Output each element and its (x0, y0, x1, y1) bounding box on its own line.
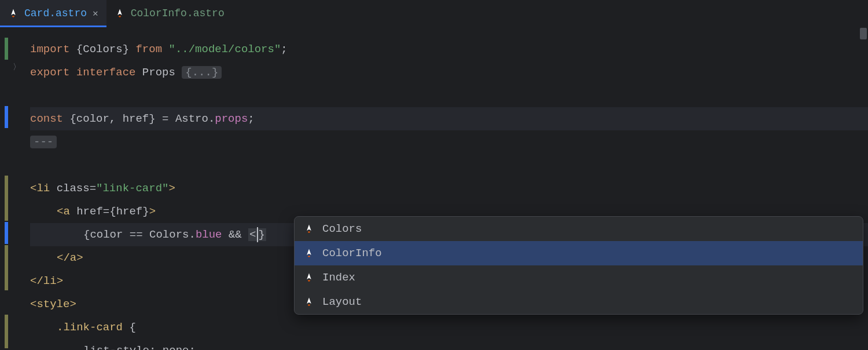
gutter-change-marker (5, 222, 8, 244)
autocomplete-label: Layout (322, 296, 362, 308)
code-line (30, 84, 868, 107)
tab-label: Card.astro (24, 8, 87, 19)
astro-file-icon (8, 8, 19, 19)
code-line: export interface Props {...} (30, 61, 868, 84)
gutter-change-marker (5, 315, 8, 348)
tab-bar: Card.astro ✕ ColorInfo.astro (0, 0, 868, 27)
autocomplete-item[interactable]: Index (295, 265, 863, 290)
autocomplete-label: Colors (322, 223, 362, 235)
code-line (30, 154, 868, 177)
close-icon[interactable]: ✕ (93, 8, 98, 19)
scrollbar-thumb[interactable] (860, 28, 867, 39)
astro-file-icon (304, 224, 314, 234)
tab-label: ColorInfo.astro (131, 8, 225, 19)
code-fold[interactable]: {...} (182, 66, 222, 79)
autocomplete-label: Index (322, 271, 355, 284)
autocomplete-label: ColorInfo (322, 247, 382, 260)
code-line: const {color, href} = Astro.props; (30, 107, 868, 130)
astro-file-icon (115, 8, 125, 19)
code-line: .link-card { (30, 316, 868, 339)
tab-colorinfo-astro[interactable]: ColorInfo.astro (106, 0, 233, 27)
autocomplete-item[interactable]: Layout (295, 290, 863, 314)
fold-arrow-icon[interactable]: 〉 (13, 62, 21, 72)
gutter-change-marker (5, 245, 8, 290)
gutter-change-marker (5, 38, 8, 60)
frontmatter-delimiter: --- (30, 136, 57, 148)
gutter-change-marker (5, 176, 8, 221)
astro-file-icon (304, 272, 314, 283)
autocomplete-item[interactable]: Colors (295, 217, 863, 241)
autocomplete-item-selected[interactable]: ColorInfo (295, 241, 863, 265)
tab-card-astro[interactable]: Card.astro ✕ (0, 0, 106, 27)
code-line: --- (30, 130, 868, 154)
astro-file-icon (304, 297, 314, 307)
gutter-change-marker (5, 106, 8, 128)
astro-file-icon (304, 248, 314, 258)
code-line: list-style: none; (30, 339, 868, 350)
cursor-position: <} (248, 223, 266, 246)
autocomplete-popup: Colors ColorInfo Index Layout (294, 216, 863, 315)
code-line: import {Colors} from "../model/colors"; (30, 38, 868, 61)
code-line: <li class="link-card"> (30, 177, 868, 200)
